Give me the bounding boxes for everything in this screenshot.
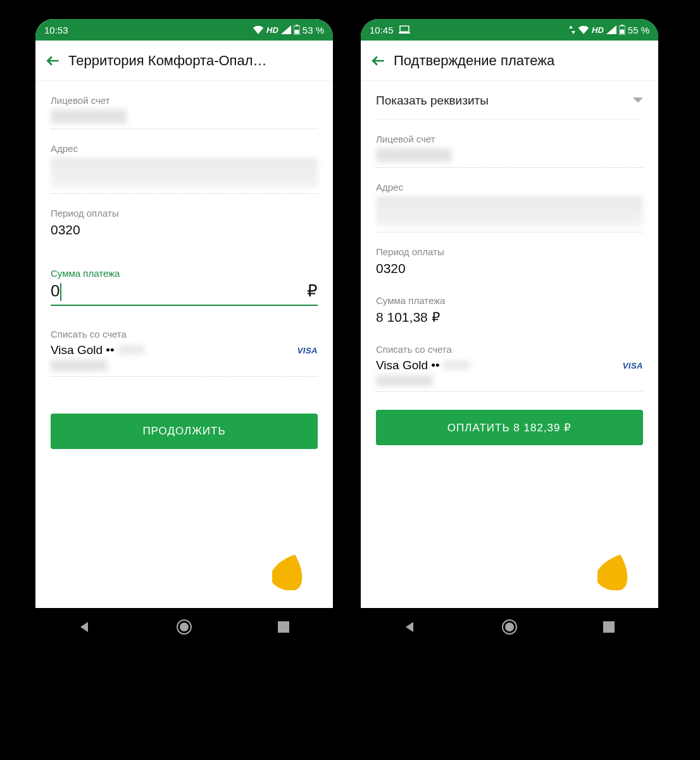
svg-point-4 [180,623,189,631]
field-source[interactable]: Списать со счета Visa Gold •• 0000 VISA [51,306,318,377]
battery-icon [294,25,300,35]
signal-icon [606,25,616,34]
account-value-blurred [51,110,127,124]
wifi-icon [578,25,589,34]
wifi-icon [253,25,264,34]
card-row[interactable]: Visa Gold •• 0000 VISA [376,355,643,375]
nav-recent[interactable] [600,618,618,636]
label-amount: Сумма платежа [376,295,643,306]
arrow-left-icon [45,53,61,69]
screen: 10:53 HD 53 % Территория Комфорта-Опал… … [35,19,333,608]
laptop-icon [399,25,410,34]
field-period: Период оплаты 0320 [376,232,643,281]
visa-logo-icon: VISA [297,346,318,355]
nav-back[interactable] [401,618,419,636]
nav-back[interactable] [76,618,94,636]
label-account: Лицевой счет [376,134,643,144]
visa-logo-icon: VISA [623,361,643,370]
battery-icon [619,25,625,35]
card-balance-blurred [376,375,433,386]
card-name: Visa Gold •• 0000 [51,343,144,357]
status-icons: HD 53 % [253,25,324,35]
arrow-left-icon [370,53,387,69]
card-balance-blurred [51,360,108,371]
back-button[interactable] [366,48,391,73]
label-source: Списать со счета [51,329,318,339]
title-bar: Подтверждение платежа [361,41,658,81]
nav-home[interactable] [501,618,518,636]
address-value-blurred [51,158,318,188]
title-bar: Территория Комфорта-Опал… [35,41,333,81]
updown-icon [569,25,575,34]
nav-home[interactable] [175,618,193,636]
battery-pct: 53 % [303,25,324,35]
svg-point-12 [505,623,514,631]
nav-bar [35,608,333,646]
signal-icon [281,25,291,34]
back-button[interactable] [41,48,66,73]
page-title: Подтверждение платежа [391,53,653,69]
card-row[interactable]: Visa Gold •• 0000 VISA [51,339,318,360]
status-icons: HD 55 % [569,25,649,35]
status-time: 10:45 [370,25,394,35]
page-title: Территория Комфорта-Опал… [66,53,328,69]
field-amount[interactable]: Сумма платежа 0 ₽ [51,243,318,306]
field-amount: Сумма платежа 8 101,38 ₽ [376,281,643,330]
card-name: Visa Gold •• 0000 [376,358,470,372]
field-account: Лицевой счет [51,81,318,129]
field-address: Адрес [376,168,643,232]
hd-icon: HD [266,25,278,35]
label-amount: Сумма платежа [51,268,318,279]
content: Показать реквизиты Лицевой счет Адрес Пе… [361,81,658,608]
label-period: Период оплаты [376,246,643,257]
svg-rect-1 [296,25,298,26]
nav-recent[interactable] [275,618,292,636]
content: Лицевой счет Адрес Период оплаты 0320 Су… [35,81,333,608]
status-bar: 10:45 HD 55 % [361,19,658,41]
battery-pct: 55 % [628,25,649,35]
field-account: Лицевой счет [376,120,643,168]
address-value-blurred [376,196,643,227]
svg-rect-13 [603,621,615,633]
svg-rect-10 [620,30,624,34]
svg-rect-7 [399,32,410,34]
hd-icon: HD [592,25,604,35]
label-period: Период оплаты [51,208,318,218]
label-address: Адрес [376,182,643,193]
period-value: 0320 [51,218,318,243]
svg-rect-6 [400,26,409,32]
nav-bar [361,608,658,646]
phone-left: 10:53 HD 53 % Территория Комфорта-Опал… … [35,19,333,646]
amount-value: 8 101,38 ₽ [376,306,643,330]
show-details-label: Показать реквизиты [376,94,489,108]
label-account: Лицевой счет [51,95,318,106]
show-details-row[interactable]: Показать реквизиты [376,81,643,120]
continue-button[interactable]: ПРОДОЛЖИТЬ [51,414,318,449]
status-time: 10:53 [44,25,68,35]
svg-rect-2 [294,30,299,34]
label-address: Адрес [51,143,318,154]
currency-symbol: ₽ [307,281,318,301]
chevron-down-icon [633,98,643,104]
pointer-icon [597,554,630,590]
status-bar: 10:53 HD 53 % [35,19,333,41]
svg-rect-9 [621,25,623,26]
amount-input-row[interactable]: 0 ₽ [51,279,318,305]
screen: 10:45 HD 55 % Подтверждение платежа Пока… [361,19,658,608]
svg-rect-5 [278,621,289,633]
label-source: Списать со счета [376,344,643,355]
amount-input[interactable]: 0 [51,281,61,301]
pay-button[interactable]: ОПЛАТИТЬ 8 182,39 ₽ [376,410,643,445]
period-value: 0320 [376,257,643,281]
field-source[interactable]: Списать со счета Visa Gold •• 0000 VISA [376,330,643,392]
text-cursor [60,283,61,301]
field-address: Адрес [51,129,318,194]
account-value-blurred [376,148,452,162]
phone-right: 10:45 HD 55 % Подтверждение платежа Пока… [361,19,658,646]
field-period: Период оплаты 0320 [51,194,318,243]
pointer-icon [272,554,305,590]
